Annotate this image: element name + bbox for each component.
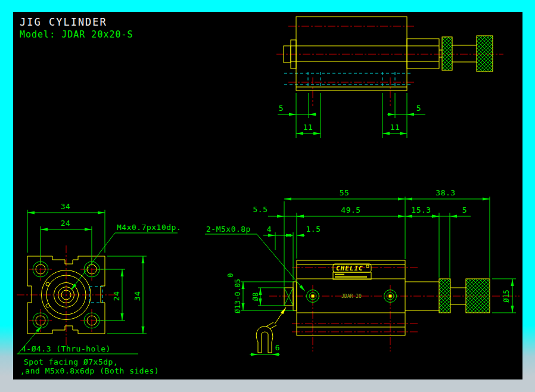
dim-label: 6 (275, 343, 280, 352)
knurled-knob-2-side (466, 279, 490, 313)
dim-label: 15.3 (411, 206, 431, 214)
dim-label: 5 (416, 104, 421, 113)
rod-housing-top (407, 39, 439, 69)
dim-label: Ø15 (502, 290, 511, 303)
dim-label: 11 (303, 123, 313, 132)
drawing-canvas: JIG CYLINDER Model: JDAR 20x20-S (13, 12, 522, 379)
side-view-group: CHELIC JDAR 20 55 38.3 (205, 188, 520, 354)
dim-label: 1.5 (306, 225, 321, 234)
front-view-group: 34 24 24 34 M4x0.7px10dp. 4-Ø4.3 ( (17, 202, 181, 375)
dim-label: 11 (390, 123, 400, 132)
knurled-knob-1-side (439, 279, 450, 313)
dim-label: 34 (61, 202, 71, 211)
dim-label: 5 (279, 104, 284, 113)
dim-label: 38.3 (436, 188, 455, 197)
dim-label: 34 (133, 291, 142, 301)
dim-label: 5 (462, 206, 467, 214)
drawing-title: JIG CYLINDER (20, 16, 107, 28)
knurled-knob-1-top (442, 37, 452, 70)
dim-label: Ø13-0.05 (234, 279, 242, 313)
cad-application-window: JIG CYLINDER Model: JDAR 20x20-S (0, 0, 535, 392)
model-label: Model: JDAR 20x20-S (20, 29, 133, 40)
dim-label: Ø8 (251, 293, 260, 301)
spot-facing-note-1: Spot facing Ø7x5dp, (24, 357, 118, 366)
top-view-group: 5 11 11 5 (276, 17, 503, 138)
dim-label: 24 (112, 291, 121, 301)
corner-hole-note: 4-Ø4.3 (Thru-hole) (21, 344, 111, 353)
dim-label: 55 (340, 188, 350, 197)
dim-label: 49.5 (341, 206, 360, 214)
dim-label: 5.5 (253, 205, 268, 214)
brand-label: CHELIC (333, 264, 371, 279)
cad-drawing: JIG CYLINDER Model: JDAR 20x20-S (13, 12, 522, 379)
dim-label: 24 (61, 219, 71, 228)
body-marking: JDAR 20 (341, 294, 362, 299)
port-thread-note: 2-M5x0.8p (206, 225, 251, 234)
dim-label: 4 (267, 225, 272, 234)
dim-label: 0 (226, 273, 235, 277)
center-thread-note: M4x0.7px10dp. (117, 223, 181, 232)
knurled-knob-2-top (477, 36, 493, 71)
spot-facing-note-2: ,and M5x0.8x6dp (Both sides) (20, 366, 159, 375)
brand-name: CHELIC (336, 265, 363, 272)
wrench-symbol (256, 307, 286, 353)
title-block: JIG CYLINDER Model: JDAR 20x20-S (20, 16, 133, 40)
